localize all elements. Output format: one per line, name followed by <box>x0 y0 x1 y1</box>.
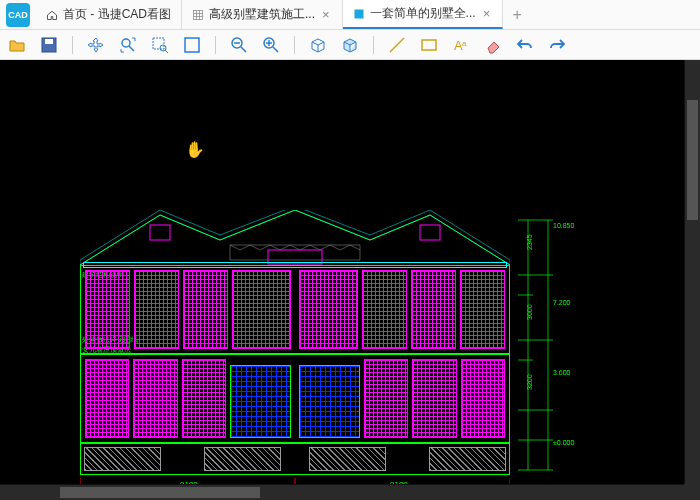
separator <box>215 36 216 54</box>
scroll-thumb[interactable] <box>687 100 698 220</box>
floor-2 <box>80 265 510 354</box>
svg-text:3.600: 3.600 <box>553 369 571 376</box>
scrollbar-horizontal[interactable] <box>0 484 684 500</box>
zoom-in-button[interactable] <box>262 36 280 54</box>
floor-1 <box>80 354 510 443</box>
fullscreen-button[interactable] <box>183 36 201 54</box>
balcony-rail <box>83 262 507 268</box>
pan-cursor-icon: ✋ <box>185 140 205 159</box>
new-tab-button[interactable]: + <box>503 0 531 29</box>
view-3d-button[interactable] <box>309 36 327 54</box>
separator <box>373 36 374 54</box>
svg-text:2345: 2345 <box>526 234 533 250</box>
undo-button[interactable] <box>516 36 534 54</box>
scrollbar-vertical[interactable] <box>684 60 700 484</box>
zoom-window-button[interactable] <box>151 36 169 54</box>
measure-button[interactable] <box>388 36 406 54</box>
svg-rect-15 <box>420 225 440 240</box>
grid-icon <box>192 9 204 21</box>
box-3d-button[interactable] <box>341 36 359 54</box>
tab-label: 一套简单的别墅全... <box>370 5 476 22</box>
tab-label: 高级别墅建筑施工... <box>209 6 315 23</box>
separator <box>72 36 73 54</box>
home-icon <box>46 9 58 21</box>
svg-text:7.200: 7.200 <box>553 299 571 306</box>
svg-rect-1 <box>354 9 363 18</box>
svg-point-4 <box>122 39 130 47</box>
app-icon: CAD <box>6 3 30 27</box>
separator <box>294 36 295 54</box>
open-button[interactable] <box>8 36 26 54</box>
tab-home[interactable]: 首页 - 迅捷CAD看图 <box>36 0 182 29</box>
toolbar: Aa <box>0 30 700 60</box>
erase-button[interactable] <box>484 36 502 54</box>
roof <box>80 210 510 265</box>
title-bar: CAD 首页 - 迅捷CAD看图 高级别墅建筑施工... × 一套简单的别墅全.… <box>0 0 700 30</box>
tab-label: 首页 - 迅捷CAD看图 <box>63 6 171 23</box>
drawing-viewport[interactable]: ✋ 建筑结构说明 外墙做法详见图纸 女儿墙压顶做法 <box>0 60 700 500</box>
save-button[interactable] <box>40 36 58 54</box>
svg-text:10.850: 10.850 <box>553 222 575 229</box>
svg-rect-14 <box>150 225 170 240</box>
base-floor <box>80 443 510 475</box>
svg-rect-3 <box>45 39 53 44</box>
tab-doc-2[interactable]: 一套简单的别墅全... × <box>343 0 504 29</box>
scroll-corner <box>684 484 700 500</box>
text-tool-button[interactable]: Aa <box>452 36 470 54</box>
svg-rect-10 <box>422 40 436 50</box>
svg-rect-0 <box>194 10 203 19</box>
zoom-extents-button[interactable] <box>119 36 137 54</box>
tab-doc-1[interactable]: 高级别墅建筑施工... × <box>182 0 343 29</box>
rect-tool-button[interactable] <box>420 36 438 54</box>
svg-rect-5 <box>153 38 164 49</box>
redo-button[interactable] <box>548 36 566 54</box>
svg-text:a: a <box>462 39 467 48</box>
cad-doc-icon <box>353 8 365 20</box>
svg-text:3000: 3000 <box>526 304 533 320</box>
svg-text:3200: 3200 <box>526 374 533 390</box>
pan-button[interactable] <box>87 36 105 54</box>
close-icon[interactable]: × <box>320 7 332 22</box>
svg-text:±0.000: ±0.000 <box>553 439 574 446</box>
cad-drawing <box>80 210 510 475</box>
tab-strip: 首页 - 迅捷CAD看图 高级别墅建筑施工... × 一套简单的别墅全... ×… <box>36 0 700 29</box>
scroll-thumb[interactable] <box>60 487 260 498</box>
close-icon[interactable]: × <box>481 6 493 21</box>
svg-rect-7 <box>185 38 199 52</box>
dimension-right: 2345 3000 3200 7.200 3.600 ±0.000 10.850 <box>518 200 588 480</box>
zoom-out-button[interactable] <box>230 36 248 54</box>
